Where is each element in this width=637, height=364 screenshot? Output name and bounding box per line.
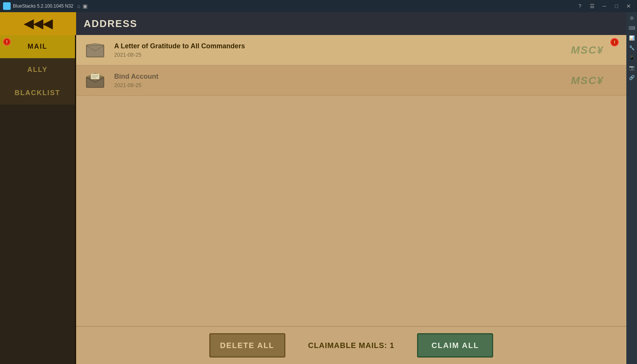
close-button[interactable]: ✕ xyxy=(623,1,634,11)
rt-btn-6[interactable]: 📷 xyxy=(627,63,636,72)
rt-btn-4[interactable]: 🔧 xyxy=(627,43,636,52)
sidebar-item-ally[interactable]: ALLY xyxy=(0,58,75,81)
page-title: ADDRESS xyxy=(84,18,137,30)
sidebar-item-blacklist-label: BLACKLIST xyxy=(15,89,61,97)
claim-all-label: CLAIM ALL xyxy=(432,341,479,350)
back-button[interactable]: ◀◀◀ xyxy=(0,12,76,35)
rt-btn-1[interactable]: ⚙ xyxy=(627,14,636,23)
svg-rect-2 xyxy=(87,46,103,56)
content-area: MAIL ALLY BLACKLIST xyxy=(0,35,626,364)
rt-btn-5[interactable]: 📱 xyxy=(627,53,636,62)
right-toolbar: ⚙ ⌨ 📊 🔧 📱 📷 🔗 xyxy=(626,12,637,364)
record-icon[interactable]: ▣ xyxy=(83,3,88,9)
mail-list-container: A Letter of Gratitude to All Commanders … xyxy=(76,35,626,364)
mail-date-1: 2021-08-25 xyxy=(114,52,619,58)
claim-all-button[interactable]: CLAIM ALL xyxy=(417,333,493,358)
mail-empty-area xyxy=(76,96,626,326)
sidebar-item-ally-label: ALLY xyxy=(27,66,48,74)
claimable-mails-info: CLAIMABLE MAILS: 1 xyxy=(308,341,395,350)
rt-btn-7[interactable]: 🔗 xyxy=(627,73,636,82)
mail-item-1[interactable]: A Letter of Gratitude to All Commanders … xyxy=(76,35,626,65)
delete-all-label: DELETE ALL xyxy=(220,341,274,350)
msc-watermark-1: MSC¥ xyxy=(571,44,604,56)
mail-item-2[interactable]: Bind Account 2021-08-25 MSC¥ xyxy=(76,65,626,96)
mail-envelope-icon-1 xyxy=(84,41,107,60)
svg-marker-0 xyxy=(5,4,9,8)
app-title: BlueStacks 5.2.100.1045 N32 xyxy=(13,3,73,9)
help-button[interactable]: ? xyxy=(575,1,585,11)
msc-watermark-2: MSC¥ xyxy=(571,75,604,87)
address-container: ◀◀◀ ADDRESS MAIL ALLY BLACKLIST xyxy=(0,12,626,364)
bottom-bar: DELETE ALL CLAIMABLE MAILS: 1 CLAIM ALL xyxy=(76,326,626,364)
minimize-button[interactable]: ─ xyxy=(599,1,610,11)
home-icon[interactable]: ⌂ xyxy=(77,3,80,9)
rt-btn-3[interactable]: 📊 xyxy=(627,33,636,43)
bluestacks-logo xyxy=(3,2,11,10)
titlebar-icon-group: ⌂ ▣ xyxy=(77,3,88,9)
maximize-button[interactable]: □ xyxy=(611,1,622,11)
sidebar-item-blacklist[interactable]: BLACKLIST xyxy=(0,81,75,105)
mail-subject-2: Bind Account xyxy=(114,73,619,81)
msc-badge-1 xyxy=(610,38,619,46)
rt-btn-2[interactable]: ⌨ xyxy=(627,24,636,33)
menu-button[interactable]: ☰ xyxy=(587,1,597,11)
delete-all-button[interactable]: DELETE ALL xyxy=(209,333,285,358)
header-title-area: ADDRESS xyxy=(76,12,626,35)
sidebar-item-mail[interactable]: MAIL xyxy=(0,35,75,58)
sidebar: MAIL ALLY BLACKLIST xyxy=(0,35,76,364)
mail-subject-1: A Letter of Gratitude to All Commanders xyxy=(114,42,619,50)
titlebar: BlueStacks 5.2.100.1045 N32 ⌂ ▣ ? ☰ ─ □ … xyxy=(0,0,637,12)
claimable-count: 1 xyxy=(390,341,394,350)
game-area: ◀◀◀ ADDRESS MAIL ALLY BLACKLIST xyxy=(0,12,637,364)
mail-envelope-icon-2 xyxy=(84,71,107,90)
sidebar-item-mail-label: MAIL xyxy=(28,43,48,51)
mail-notification-badge xyxy=(3,38,11,46)
mail-date-2: 2021-08-25 xyxy=(114,82,619,88)
claimable-label: CLAIMABLE MAILS: xyxy=(308,341,387,350)
header-row: ◀◀◀ ADDRESS xyxy=(0,12,626,35)
mail-info-2: Bind Account 2021-08-25 xyxy=(114,73,619,88)
back-arrow-icon: ◀◀◀ xyxy=(24,16,53,31)
window-controls: ? ☰ ─ □ ✕ xyxy=(575,0,634,12)
mail-info-1: A Letter of Gratitude to All Commanders … xyxy=(114,42,619,58)
